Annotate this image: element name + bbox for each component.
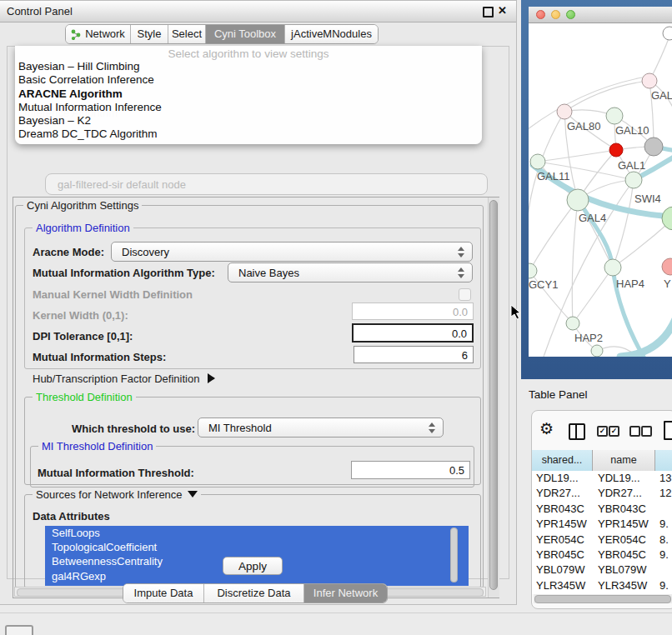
zoom-traffic-light[interactable] bbox=[566, 10, 575, 19]
tab-label: Impute Data bbox=[134, 584, 193, 602]
algorithm-option[interactable]: Bayesian – K2 bbox=[15, 114, 482, 128]
table-row[interactable]: YER054CYER054C8. bbox=[532, 532, 672, 548]
node-label: SWI4 bbox=[634, 192, 661, 205]
table-cell: YDR27... bbox=[532, 486, 594, 501]
network-node[interactable] bbox=[530, 154, 545, 169]
partial-button[interactable] bbox=[5, 625, 33, 635]
updown-arrows-icon bbox=[429, 422, 435, 433]
list-scrollbar-thumb[interactable] bbox=[450, 528, 458, 582]
dpi-tolerance-label: DPI Tolerance [0,1]: bbox=[33, 330, 133, 342]
group-title: Threshold Definition bbox=[33, 391, 136, 403]
which-threshold-select[interactable]: MI Threshold bbox=[198, 418, 444, 438]
split-column-icon[interactable] bbox=[569, 423, 585, 440]
network-node[interactable] bbox=[604, 259, 621, 276]
close-traffic-light[interactable] bbox=[536, 10, 545, 19]
tab-infer-network[interactable]: Infer Network bbox=[303, 584, 387, 602]
scrollbar-thumb[interactable] bbox=[489, 200, 498, 590]
unchecked-box-icon[interactable] bbox=[641, 426, 652, 437]
combo-value: MI Threshold bbox=[208, 422, 272, 434]
network-node[interactable] bbox=[529, 263, 537, 278]
network-node[interactable] bbox=[591, 345, 603, 357]
page-icon[interactable] bbox=[664, 421, 672, 440]
column-header[interactable]: A bbox=[655, 450, 672, 471]
network-node[interactable] bbox=[663, 27, 672, 40]
close-icon[interactable]: ✕ bbox=[498, 4, 507, 17]
algorithm-select-combo[interactable]: gal-filtered-sir default node bbox=[45, 173, 488, 195]
network-node[interactable] bbox=[625, 172, 642, 188]
mi-threshold-field[interactable]: 0.5 bbox=[351, 461, 470, 479]
table-cell: 9. bbox=[655, 548, 672, 562]
table-cell: YER054C bbox=[594, 532, 655, 548]
table-row[interactable]: YBL079WYBL079W bbox=[532, 562, 672, 578]
apply-button[interactable]: Apply bbox=[223, 557, 283, 575]
column-header[interactable]: shared... bbox=[532, 450, 593, 471]
tab-cyni-toolbox[interactable]: Cyni Toolbox bbox=[205, 25, 284, 43]
attribute-item[interactable]: SelfLoops bbox=[45, 526, 469, 540]
mi-threshold-label: Mutual Information Threshold: bbox=[38, 467, 194, 479]
checked-box-icon[interactable]: ✓ bbox=[597, 426, 608, 437]
table-row[interactable]: YBR043CYBR043C bbox=[532, 502, 672, 517]
tab-impute-data[interactable]: Impute Data bbox=[123, 584, 203, 602]
node-label: HAP4 bbox=[616, 278, 644, 290]
network-node[interactable] bbox=[609, 143, 623, 157]
network-node[interactable] bbox=[662, 258, 672, 275]
tab-jactivemnodules[interactable]: jActiveMNodules bbox=[284, 25, 378, 43]
network-node[interactable] bbox=[557, 104, 572, 119]
tab-select[interactable]: Select bbox=[168, 25, 205, 43]
table-row[interactable]: YPR145WYPR145W9. bbox=[532, 517, 672, 532]
combo-value: Discovery bbox=[122, 246, 169, 258]
column-header[interactable]: name bbox=[593, 450, 655, 471]
attribute-item[interactable]: TopologicalCoefficient bbox=[45, 540, 469, 554]
kernel-width-field[interactable]: 0.0 bbox=[352, 302, 474, 320]
table-cell: YDR27... bbox=[594, 486, 655, 501]
network-node[interactable] bbox=[606, 108, 623, 124]
tab-label: jActiveMNodules bbox=[291, 25, 372, 43]
table-row[interactable]: YBR045CYBR045C9. bbox=[532, 548, 672, 562]
node-label: GAL10 bbox=[615, 124, 649, 137]
tab-network[interactable]: Network bbox=[66, 25, 130, 43]
table-row[interactable]: YDL19...YDL19...13 bbox=[532, 471, 672, 486]
mi-steps-field[interactable]: 6 bbox=[354, 346, 474, 363]
table-row[interactable]: YLR345WYLR345W9. bbox=[532, 578, 672, 593]
algorithm-option[interactable]: Mutual Information Inference bbox=[15, 101, 482, 114]
network-edge bbox=[538, 150, 616, 162]
sources-title: Sources for Network Inference bbox=[36, 488, 183, 501]
network-node[interactable] bbox=[566, 317, 579, 330]
algorithm-option[interactable]: Basic Correlation Inference bbox=[15, 73, 482, 87]
algorithm-option[interactable]: Dream8 DC_TDC Algorithm bbox=[15, 128, 482, 141]
bottom-tabs: Impute Data Discretize Data Infer Networ… bbox=[123, 583, 388, 603]
table-horizontal-scrollbar[interactable] bbox=[534, 594, 672, 603]
table-cell: 13 bbox=[655, 471, 672, 486]
algorithm-option[interactable]: ARACNE Algorithm bbox=[15, 88, 482, 101]
tab-style[interactable]: Style bbox=[130, 25, 168, 43]
node-label: HAP2 bbox=[574, 332, 603, 344]
data-attributes-list[interactable]: SelfLoopsTopologicalCoefficientBetweenne… bbox=[45, 526, 469, 586]
unchecked-box-icon[interactable] bbox=[629, 426, 640, 437]
float-window-icon[interactable] bbox=[483, 7, 494, 18]
collapse-down-icon bbox=[188, 491, 198, 498]
hub-definition-toggle[interactable]: Hub/Transcription Factor Definition bbox=[33, 372, 215, 385]
mi-algorithm-type-select[interactable]: Naive Bayes bbox=[228, 262, 473, 282]
table-cell: YLR345W bbox=[532, 578, 594, 593]
minimize-traffic-light[interactable] bbox=[551, 10, 560, 19]
sources-toggle[interactable]: Sources for Network Inference bbox=[33, 488, 201, 501]
network-node[interactable] bbox=[642, 73, 657, 88]
tab-discretize-data[interactable]: Discretize Data bbox=[203, 584, 303, 602]
algorithm-option[interactable]: Bayesian – Hill Climbing bbox=[15, 60, 482, 73]
network-node[interactable] bbox=[662, 207, 672, 230]
node-label: Y bbox=[664, 278, 671, 290]
aracne-mode-select[interactable]: Discovery bbox=[111, 242, 473, 262]
window-title: Control Panel bbox=[7, 5, 73, 18]
scrollbar-thumb[interactable] bbox=[534, 595, 671, 603]
network-node[interactable] bbox=[644, 138, 663, 156]
table-row[interactable]: YDR27...YDR27...12 bbox=[532, 486, 672, 501]
checked-box-icon[interactable]: ✓ bbox=[609, 426, 619, 437]
manual-kernel-checkbox[interactable] bbox=[459, 288, 471, 301]
network-view[interactable]: GALGAL80GAL10GAL1GAL11SWI4GAL4GCY1HAP4YH… bbox=[529, 23, 672, 357]
vertical-scrollbar[interactable] bbox=[488, 198, 499, 598]
dpi-tolerance-field[interactable]: 0.0 bbox=[352, 323, 474, 342]
gear-icon[interactable]: ⚙ bbox=[539, 419, 554, 438]
network-node[interactable] bbox=[567, 189, 589, 211]
network-window-titlebar[interactable] bbox=[529, 7, 672, 23]
control-panel-titlebar[interactable]: Control Panel ✕ bbox=[0, 1, 516, 22]
